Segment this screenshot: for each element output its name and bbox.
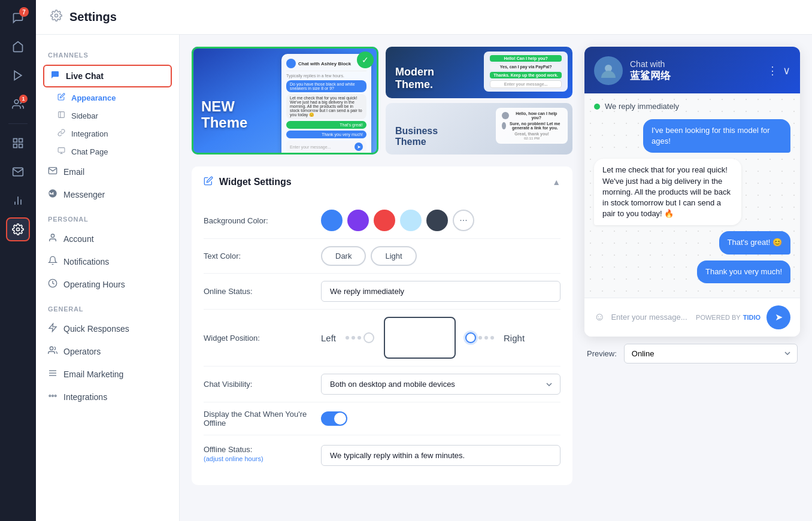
svg-point-1	[14, 100, 19, 104]
settings-sidebar: CHANNELS Live Chat Appearance	[36, 35, 180, 521]
play-nav-icon[interactable]	[6, 63, 30, 87]
sidebar-item-quick-responses[interactable]: Quick Responses	[36, 317, 179, 340]
adjust-hours-link[interactable]: (adjust online hours)	[204, 455, 311, 462]
color-swatch-light-blue[interactable]	[400, 210, 422, 231]
users-nav-icon[interactable]: 1	[6, 92, 30, 116]
chat-header-name: 蓝鲨网络	[630, 69, 760, 83]
sidebar-item-integration[interactable]: Integration	[36, 125, 179, 143]
svg-point-19	[50, 347, 53, 350]
home-nav-icon[interactable]	[6, 35, 30, 59]
chat-nav-icon[interactable]: 7	[6, 6, 30, 30]
chat-bubble-user-3: Thank you very much!	[594, 260, 790, 283]
chat-bubble-agent-1: Let me check that for you real quick! We…	[594, 159, 790, 225]
settings-content: ✓ Chat with Ashley Block ✕ Typically rep…	[192, 47, 584, 509]
sidebar-email-label: Email	[63, 167, 84, 177]
display-offline-toggle[interactable]	[321, 411, 347, 426]
send-button[interactable]: ➤	[766, 305, 790, 329]
position-track[interactable]	[384, 317, 456, 359]
emoji-icon[interactable]: ☺	[594, 311, 605, 323]
sidebar-item-integrations[interactable]: Integrations	[36, 386, 179, 408]
sidebar-item-operating-hours[interactable]: Operating Hours	[36, 273, 179, 296]
sidebar-item-live-chat[interactable]: Live Chat	[43, 65, 172, 87]
bubble-text-user-1: I've been looking for this model for age…	[643, 119, 790, 153]
sidebar-integration-label: Integration	[71, 129, 108, 138]
icon-bar: 7 1	[0, 0, 36, 521]
text-color-dark-btn[interactable]: Dark	[321, 246, 366, 266]
background-color-row: Background Color: ···	[204, 202, 560, 239]
status-text: We reply immediately	[605, 102, 679, 111]
sidebar-item-notifications[interactable]: Notifications	[36, 250, 179, 273]
modern-theme-label: ModernTheme.	[395, 66, 434, 91]
bubble-text-agent-1: Let me check that for you real quick! We…	[594, 159, 741, 225]
svg-point-10	[55, 14, 58, 17]
widget-settings-title: Widget Settings	[219, 177, 292, 187]
toggle-knob	[334, 413, 346, 425]
widget-settings-header[interactable]: Widget Settings ▲	[192, 166, 572, 198]
text-color-light-btn[interactable]: Light	[371, 246, 416, 266]
bubble-text-user-3: Thank you very much!	[697, 260, 790, 283]
svg-marker-0	[14, 71, 22, 80]
text-color-row: Text Color: Dark Light	[204, 239, 560, 274]
preview-footer: Preview: Online Offline	[584, 344, 800, 364]
sidebar-item-email-marketing[interactable]: Email Marketing	[36, 363, 179, 386]
chat-header-title: Chat with	[630, 59, 760, 69]
sidebar-item-chat-page[interactable]: Chat Page	[36, 143, 179, 160]
new-theme-card[interactable]: ✓ Chat with Ashley Block ✕ Typically rep…	[192, 47, 378, 155]
sidebar-live-chat-label: Live Chat	[66, 71, 104, 81]
modern-theme-card[interactable]: Hello! Can I help you? Yes, can I pay vi…	[386, 47, 572, 98]
color-swatch-more[interactable]: ···	[453, 210, 474, 231]
color-swatches: ···	[321, 210, 560, 231]
email-marketing-icon	[48, 368, 57, 380]
sidebar-item-sidebar[interactable]: Sidebar	[36, 107, 179, 125]
settings-nav-icon[interactable]	[6, 217, 30, 241]
chat-preview-header: Chat with 蓝鲨网络 ⋮ ∨	[584, 47, 800, 93]
color-swatch-blue[interactable]	[321, 210, 343, 231]
chat-input-row: ☺ Enter your message... POWERED BY TIDIO…	[584, 298, 800, 337]
top-bar: Settings	[36, 0, 812, 35]
display-offline-label: Display the Chat When You're Offline	[204, 410, 311, 428]
sidebar-item-messenger[interactable]: Messenger	[36, 183, 179, 206]
grid-nav-icon[interactable]	[6, 131, 30, 155]
account-icon	[48, 233, 57, 245]
display-offline-control	[321, 411, 560, 426]
preview-status-select[interactable]: Online Offline	[624, 344, 798, 364]
sidebar-item-account[interactable]: Account	[36, 228, 179, 250]
business-theme-card[interactable]: Hello, how can I help you? Sure, no prob…	[386, 103, 572, 155]
color-swatch-red[interactable]	[374, 210, 395, 231]
sidebar-item-appearance[interactable]: Appearance	[36, 89, 179, 107]
display-offline-row: Display the Chat When You're Offline	[204, 402, 560, 435]
email-nav-icon[interactable]	[6, 160, 30, 184]
text-color-label: Text Color:	[204, 252, 311, 260]
bg-color-label: Background Color:	[204, 216, 311, 225]
chat-more-icon[interactable]: ⋮	[767, 64, 778, 77]
sidebar-appearance-label: Appearance	[71, 93, 116, 102]
notifications-icon	[48, 256, 57, 268]
chat-visibility-select[interactable]: Both on desktop and mobile devices Deskt…	[321, 374, 560, 395]
chat-preview: Chat with 蓝鲨网络 ⋮ ∨ We reply immediately	[584, 47, 800, 337]
widget-position-label: Widget Position:	[204, 334, 311, 343]
color-swatch-purple[interactable]	[347, 210, 369, 231]
offline-status-label: Offline Status: (adjust online hours)	[204, 445, 311, 462]
svg-rect-3	[19, 139, 23, 143]
chat-header-actions: ⋮ ∨	[767, 64, 790, 77]
chat-minimize-icon[interactable]: ∨	[783, 64, 790, 77]
svg-rect-13	[58, 148, 65, 153]
collapse-icon: ▲	[552, 177, 560, 187]
chat-bubble-user-2: That's great! 😊	[594, 231, 790, 254]
sidebar-item-operators[interactable]: Operators	[36, 340, 179, 363]
business-theme-label: BusinessTheme	[395, 126, 438, 147]
offline-status-input[interactable]	[321, 445, 560, 466]
operating-hours-icon	[48, 278, 57, 290]
color-swatch-dark-gray[interactable]	[426, 210, 448, 231]
svg-point-16	[51, 234, 54, 237]
sidebar-item-email[interactable]: Email	[36, 160, 179, 183]
main-panel: ✓ Chat with Ashley Block ✕ Typically rep…	[180, 35, 812, 521]
tidio-brand: TIDIO	[743, 314, 761, 321]
svg-rect-2	[14, 139, 17, 143]
analytics-nav-icon[interactable]	[6, 189, 30, 213]
sidebar-quick-responses-label: Quick Responses	[63, 324, 129, 334]
online-status-input[interactable]	[321, 281, 560, 302]
live-chat-icon	[50, 70, 60, 82]
messenger-icon	[48, 189, 57, 201]
sidebar-operators-label: Operators	[63, 347, 101, 356]
